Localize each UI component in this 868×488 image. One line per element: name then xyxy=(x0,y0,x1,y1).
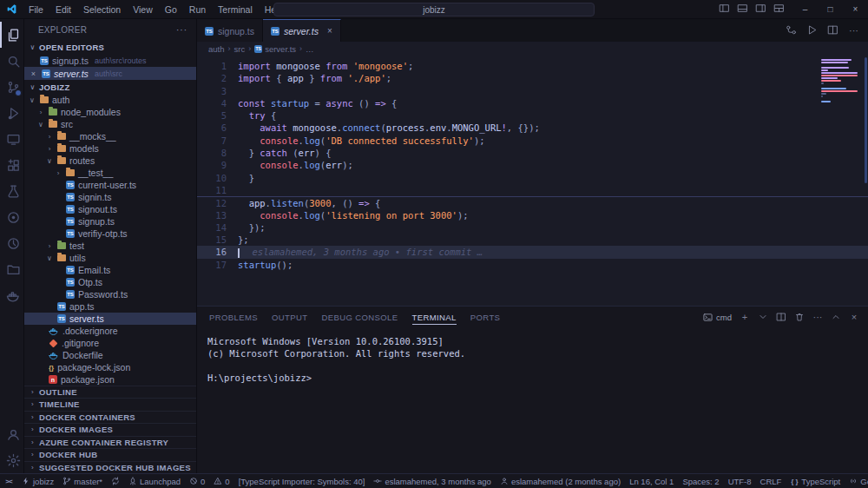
toggle-sidebar[interactable] xyxy=(716,3,733,16)
panel-tab-terminal[interactable]: TERMINAL xyxy=(412,307,457,328)
code-line-1[interactable]: 1import mongoose from 'mongoose'; xyxy=(197,60,868,72)
close-icon[interactable]: × xyxy=(327,26,332,36)
tree-item-auth[interactable]: ∨auth xyxy=(24,94,196,106)
menu-file[interactable]: File xyxy=(23,0,49,19)
new-terminal[interactable]: + xyxy=(740,312,750,323)
panel-tab-debug-console[interactable]: DEBUG CONSOLE xyxy=(321,307,398,328)
tree-item-current-user.ts[interactable]: TScurrent-user.ts xyxy=(24,179,196,191)
menu-view[interactable]: View xyxy=(127,0,159,19)
tree-item-package-lock.json[interactable]: {}package-lock.json xyxy=(24,361,196,373)
activity-timeline[interactable] xyxy=(0,230,24,256)
breadcrumb-item[interactable]: auth xyxy=(208,44,225,54)
open-changes[interactable] xyxy=(786,24,797,37)
status-gitlens-author[interactable]: eslamahemed (2 months ago) xyxy=(496,474,625,488)
code-line-7[interactable]: 7 console.log('DB connected successfully… xyxy=(197,135,868,147)
activity-docker[interactable] xyxy=(0,282,24,308)
tree-item-__mocks__[interactable]: ›__mocks__ xyxy=(24,130,196,142)
activity-explorer[interactable] xyxy=(0,22,24,48)
more-actions[interactable]: ··· xyxy=(848,25,859,36)
code-line-11[interactable]: 11 xyxy=(197,184,868,196)
tree-item-Password.ts[interactable]: TSPassword.ts xyxy=(24,288,196,300)
run-file[interactable] xyxy=(806,24,818,37)
more-actions[interactable]: ··· xyxy=(812,312,823,323)
tree-item-app.ts[interactable]: TSapp.ts xyxy=(24,300,196,313)
tree-item-Email.ts[interactable]: TSEmail.ts xyxy=(24,264,196,276)
code-line-14[interactable]: 14 }); xyxy=(197,221,868,234)
tab-signup.ts[interactable]: TSsignup.ts xyxy=(197,19,263,42)
section-suggested-docker-hub-images[interactable]: ›SUGGESTED DOCKER HUB IMAGES xyxy=(24,461,196,474)
tree-item-Dockerfile[interactable]: Dockerfile xyxy=(24,349,196,361)
menu-terminal[interactable]: Terminal xyxy=(212,0,259,19)
status-cursor-position[interactable]: Ln 16, Col 1 xyxy=(625,474,678,488)
menu-run[interactable]: Run xyxy=(183,0,212,19)
activity-source-control[interactable] xyxy=(0,74,24,100)
status-line-blame[interactable]: eslamahemed, 3 months ago xyxy=(369,474,496,488)
status-problems-errors[interactable]: 0 xyxy=(185,474,209,488)
open-editor-signup.ts[interactable]: TSsignup.tsauth\src\routes xyxy=(24,54,196,67)
breadcrumb-item[interactable]: TSserver.ts xyxy=(254,44,296,54)
maximize-button[interactable]: □ xyxy=(818,0,843,19)
activity-remote-explorer[interactable] xyxy=(0,126,24,152)
code-line-15[interactable]: 15}; xyxy=(197,234,868,246)
activity-accounts[interactable] xyxy=(0,421,24,447)
panel-tab-output[interactable]: OUTPUT xyxy=(272,307,307,328)
tab-server.ts[interactable]: TSserver.ts× xyxy=(263,19,341,42)
toggle-panel[interactable] xyxy=(734,3,751,16)
panel-tab-problems[interactable]: PROBLEMS xyxy=(209,307,258,328)
close-icon[interactable]: × xyxy=(29,69,38,78)
status-launchpad[interactable]: Launchpad xyxy=(124,474,185,488)
open-editor-server.ts[interactable]: ×TSserver.tsauth\src xyxy=(24,67,196,80)
code-line-6[interactable]: 6 await mongoose.connect(process.env.MON… xyxy=(197,122,868,134)
menu-edit[interactable]: Edit xyxy=(49,0,77,19)
tree-item-routes[interactable]: ∨routes xyxy=(24,155,196,167)
explorer-more-actions-icon[interactable]: ··· xyxy=(176,25,187,35)
shell-selector[interactable]: cmd xyxy=(703,313,732,322)
tree-item-.gitignore[interactable]: .gitignore xyxy=(24,337,196,349)
code-editor[interactable]: 1import mongoose from 'mongoose';2import… xyxy=(197,56,868,306)
toggle-secondary-sidebar[interactable] xyxy=(753,3,769,16)
tree-item-node_modules[interactable]: ›node_modules xyxy=(24,106,196,118)
tree-item-signin.ts[interactable]: TSsignin.ts xyxy=(24,191,196,203)
activity-run-debug[interactable] xyxy=(0,100,24,126)
code-line-13[interactable]: 13 console.log('listening on port 3000')… xyxy=(197,209,868,221)
code-line-17[interactable]: 17startup(); xyxy=(197,259,868,271)
split-editor[interactable] xyxy=(827,24,838,37)
tree-item-test[interactable]: ›test xyxy=(24,240,196,252)
maximize-panel[interactable] xyxy=(831,312,841,324)
code-line-16[interactable]: 16eslamahemed, 3 months ago • first comm… xyxy=(197,246,868,258)
open-editors-header[interactable]: ∨ OPEN EDITORS xyxy=(24,40,196,54)
launch-profile[interactable] xyxy=(758,312,768,324)
tree-item-verifiy-otp.ts[interactable]: TSverifiy-otp.ts xyxy=(24,228,196,240)
code-line-10[interactable]: 10 } xyxy=(197,172,868,184)
breadcrumb[interactable]: auth›src›TSserver.ts›… xyxy=(197,42,868,56)
tree-item-models[interactable]: ›models xyxy=(24,142,196,155)
command-center[interactable]: jobizz xyxy=(273,3,595,16)
tree-item-Otp.ts[interactable]: TSOtp.ts xyxy=(24,276,196,288)
activity-testing[interactable] xyxy=(0,178,24,204)
breadcrumb-item[interactable]: … xyxy=(306,44,314,54)
code-line-3[interactable]: 3 xyxy=(197,85,868,97)
terminal-output[interactable]: Microsoft Windows [Version 10.0.26100.39… xyxy=(197,328,868,473)
close-button[interactable]: × xyxy=(843,0,868,19)
code-line-2[interactable]: 2import { app } from './app'; xyxy=(197,72,868,84)
scrollbar-thumb[interactable] xyxy=(865,57,867,183)
activity-azure[interactable] xyxy=(0,256,24,282)
status-remote-indicator[interactable]: >< xyxy=(0,474,17,488)
section-docker-images[interactable]: ›DOCKER IMAGES xyxy=(24,423,196,436)
tree-item-utils[interactable]: ∨utils xyxy=(24,252,196,264)
status-indentation[interactable]: Spaces: 2 xyxy=(678,474,723,488)
split-terminal[interactable] xyxy=(776,312,786,324)
tree-item-package.json[interactable]: npackage.json xyxy=(24,373,196,386)
status-language-mode[interactable]: { }TypeScript xyxy=(786,474,845,488)
tree-item-.dockerignore[interactable]: .dockerignore xyxy=(24,325,196,337)
code-line-5[interactable]: 5 try { xyxy=(197,109,868,122)
code-line-12[interactable]: 12 app.listen(3000, () => { xyxy=(197,196,868,208)
code-line-9[interactable]: 9 console.log(err); xyxy=(197,159,868,171)
code-line-8[interactable]: 8 } catch (err) { xyxy=(197,147,868,159)
section-outline[interactable]: ›OUTLINE xyxy=(24,386,196,399)
status-git-branch[interactable]: master* xyxy=(58,474,107,488)
tree-item-src[interactable]: ∨src xyxy=(24,118,196,130)
close-panel[interactable]: × xyxy=(849,312,859,323)
tree-item-__test__[interactable]: ›__test__ xyxy=(24,167,196,179)
code-line-4[interactable]: 4const startup = async () => { xyxy=(197,97,868,109)
